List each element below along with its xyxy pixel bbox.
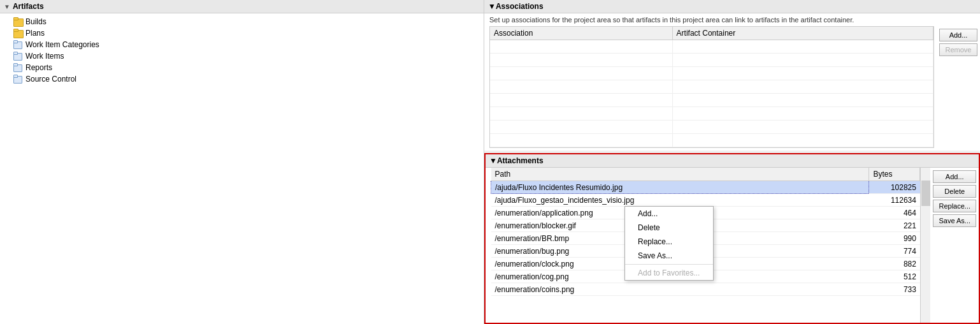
attachment-bytes: 512 [869, 270, 920, 283]
tree-item-source-control[interactable]: Source Control [0, 73, 484, 85]
assoc-empty-row-5[interactable] [490, 94, 933, 107]
attachments-replace-button[interactable]: Replace... [933, 200, 976, 212]
associations-label: Associations [496, 2, 544, 11]
artifacts-label: Artifacts [13, 2, 44, 11]
tree-item-work-item-categories[interactable]: Work Item Categories [0, 39, 484, 50]
associations-section: ▼ Associations Set up associations for t… [484, 0, 980, 151]
attachment-row[interactable]: /ajuda/Fluxo Incidentes Resumido.jpg1028… [491, 181, 920, 194]
attachments-add-button[interactable]: Add... [933, 170, 976, 183]
tree-item-work-items[interactable]: Work Items [0, 50, 484, 62]
associations-table: Association Artifact Container [490, 27, 933, 147]
attach-col-path: Path [491, 168, 869, 181]
associations-buttons: Add... Remove [937, 26, 980, 151]
attachment-bytes: 102825 [869, 181, 920, 194]
attachment-bytes: 990 [869, 232, 920, 245]
attachments-scrollbar[interactable] [920, 168, 930, 323]
associations-add-button[interactable]: Add... [939, 29, 977, 41]
reports-icon [13, 63, 23, 72]
tree-item-reports[interactable]: Reports [0, 62, 484, 73]
tree-item-builds-label: Builds [25, 17, 47, 26]
attachment-bytes: 221 [869, 219, 920, 232]
associations-table-area: Association Artifact Container [489, 26, 934, 148]
source-control-icon [13, 75, 23, 84]
context-menu-save-as[interactable]: Save As... [625, 249, 713, 263]
context-menu-replace[interactable]: Replace... [625, 235, 713, 249]
tree-item-wic-label: Work Item Categories [25, 40, 99, 49]
assoc-empty-row-7[interactable] [490, 121, 933, 134]
attachments-section: ▼ Attachments Path Bytes /ajuda/Fluxo In… [484, 153, 980, 324]
artifacts-tree: Builds Plans Work Item Categories Work I… [0, 13, 484, 324]
associations-collapse-icon[interactable]: ▼ [488, 2, 496, 11]
tree-item-wi-label: Work Items [25, 52, 64, 61]
assoc-empty-row-8[interactable] [490, 134, 933, 147]
assoc-col-association: Association [490, 27, 672, 40]
attachment-row[interactable]: /ajuda/Fluxo_gestao_incidentes_visio.jpg… [491, 194, 920, 207]
work-item-categories-icon [13, 40, 23, 49]
assoc-empty-row-3[interactable] [490, 67, 933, 80]
attachments-buttons: Add... Delete Replace... Save As... [930, 168, 979, 323]
artifacts-collapse-icon[interactable]: ▼ [4, 3, 10, 10]
attachment-path: /ajuda/Fluxo Incidentes Resumido.jpg [491, 181, 869, 194]
associations-header: ▼ Associations [484, 0, 980, 13]
assoc-empty-row-2[interactable] [490, 54, 933, 67]
attachment-path: /enumeration/coins.png [491, 283, 869, 296]
tree-item-plans-label: Plans [25, 29, 45, 38]
right-panel: ▼ Associations Set up associations for t… [484, 0, 980, 324]
attach-col-bytes: Bytes [869, 168, 920, 181]
attachments-header: ▼ Attachments [486, 154, 979, 168]
attachment-bytes: 464 [869, 207, 920, 219]
tree-item-builds[interactable]: Builds [0, 16, 484, 27]
attachments-collapse-icon[interactable]: ▼ [489, 156, 497, 165]
tree-item-sc-label: Source Control [25, 75, 76, 84]
associations-description: Set up associations for the project area… [484, 13, 980, 26]
attachment-bytes: 882 [869, 258, 920, 270]
attachment-bytes: 733 [869, 283, 920, 296]
attachments-delete-button[interactable]: Delete [933, 185, 976, 198]
attachments-label: Attachments [497, 156, 544, 165]
assoc-empty-row-6[interactable] [490, 107, 933, 121]
context-menu-separator [625, 264, 713, 265]
attachment-row[interactable]: /enumeration/coins.png733 [491, 283, 920, 296]
attachment-path: /ajuda/Fluxo_gestao_incidentes_visio.jpg [491, 194, 869, 207]
plans-icon [13, 29, 23, 38]
assoc-col-artifact-container: Artifact Container [672, 27, 933, 40]
context-menu: Add... Delete Replace... Save As... Add … [624, 206, 714, 281]
tree-item-plans[interactable]: Plans [0, 27, 484, 39]
associations-remove-button[interactable]: Remove [939, 43, 977, 56]
builds-icon [13, 17, 23, 26]
tree-item-reports-label: Reports [25, 63, 52, 72]
context-menu-delete[interactable]: Delete [625, 221, 713, 235]
work-items-icon [13, 52, 23, 61]
attachment-bytes: 112634 [869, 194, 920, 207]
left-panel: ▼ Artifacts Builds Plans Work Item Categ… [0, 0, 484, 324]
associations-content: Association Artifact Container [484, 26, 980, 151]
context-menu-add-to-favorites: Add to Favorites... [625, 266, 713, 280]
assoc-empty-row-1[interactable] [490, 40, 933, 54]
attachments-save-as-button[interactable]: Save As... [933, 214, 976, 227]
attachments-content: Path Bytes /ajuda/Fluxo Incidentes Resum… [486, 168, 979, 323]
assoc-empty-row-4[interactable] [490, 80, 933, 94]
artifacts-header: ▼ Artifacts [0, 0, 484, 13]
attachments-table-area: Path Bytes /ajuda/Fluxo Incidentes Resum… [491, 168, 920, 323]
context-menu-add[interactable]: Add... [625, 207, 713, 221]
attachments-scrollbar-thumb[interactable] [921, 180, 930, 206]
attachment-bytes: 774 [869, 245, 920, 258]
